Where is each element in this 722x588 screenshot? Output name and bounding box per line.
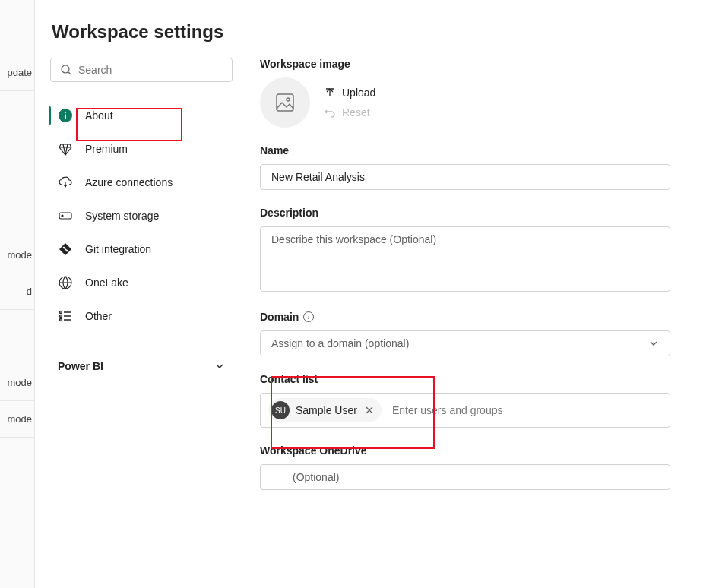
sidebar-section-label: Power BI: [58, 360, 103, 372]
page-title: Workspace settings: [52, 21, 695, 43]
svg-rect-3: [65, 115, 66, 119]
contact-text-input[interactable]: [389, 401, 662, 419]
info-icon[interactable]: i: [303, 311, 314, 322]
bg-cell: mode: [0, 237, 35, 273]
settings-content: Workspace image Upload Reset: [260, 58, 670, 507]
svg-point-18: [287, 98, 290, 101]
contact-list-label: Contact list: [260, 373, 670, 385]
description-label: Description: [260, 207, 670, 219]
svg-rect-17: [277, 94, 293, 111]
onedrive-group: Workspace OneDrive: [260, 444, 670, 490]
name-input[interactable]: [260, 164, 670, 190]
search-box[interactable]: [50, 58, 233, 82]
chevron-down-icon: [648, 338, 659, 349]
reset-label: Reset: [342, 106, 370, 119]
undo-icon: [324, 106, 336, 119]
name-group: Name: [260, 144, 670, 190]
contact-list-input[interactable]: SU Sample User: [260, 393, 670, 428]
sidebar-item-label: Premium: [85, 143, 128, 155]
svg-point-4: [65, 112, 66, 113]
bg-cell: pdate: [0, 55, 35, 91]
background-column: pdate moded mode mode: [0, 0, 35, 588]
contact-chip: SU Sample User: [268, 398, 382, 422]
sidebar-item-onelake[interactable]: OneLake: [50, 266, 233, 299]
bg-cell: mode: [0, 401, 35, 438]
close-icon: [366, 406, 373, 414]
svg-point-13: [60, 315, 62, 318]
sidebar-item-label: Git integration: [85, 243, 151, 255]
description-group: Description: [260, 207, 670, 294]
bg-cell: d: [0, 273, 35, 310]
upload-icon: [324, 87, 336, 99]
workspace-image-actions: Upload Reset: [324, 87, 375, 119]
workspace-image-row: Upload Reset: [260, 77, 670, 128]
chevron-down-icon: [214, 361, 225, 371]
sidebar-item-about[interactable]: About: [50, 99, 233, 132]
sidebar-item-label: System storage: [85, 210, 159, 222]
search-input[interactable]: [78, 64, 223, 76]
onedrive-label: Workspace OneDrive: [260, 444, 670, 457]
sidebar-item-git[interactable]: Git integration: [50, 232, 233, 266]
contact-chip-label: Sample User: [296, 404, 357, 416]
sidebar-item-label: Azure connections: [85, 176, 173, 188]
sidebar-item-azure[interactable]: Azure connections: [50, 166, 233, 199]
bg-cell: mode: [0, 365, 35, 401]
upload-label: Upload: [342, 87, 375, 99]
workspace-image-label: Workspace image: [260, 58, 670, 70]
sidebar-item-label: About: [85, 109, 113, 122]
onelake-icon: [58, 275, 73, 290]
settings-list-icon: [58, 308, 73, 324]
remove-chip-button[interactable]: [363, 404, 375, 416]
domain-placeholder: Assign to a domain (optional): [271, 337, 409, 349]
sidebar-item-label: OneLake: [85, 277, 128, 289]
avatar: SU: [271, 401, 290, 419]
panel-body: About Premium Azure connections System s…: [50, 58, 695, 507]
svg-point-0: [62, 65, 69, 73]
search-icon: [60, 64, 72, 76]
domain-label: Domain i: [260, 311, 670, 323]
domain-group: Domain i Assign to a domain (optional): [260, 311, 670, 356]
upload-button[interactable]: Upload: [324, 87, 375, 99]
image-icon: [274, 92, 296, 113]
diamond-icon: [58, 141, 73, 156]
sidebar-item-premium[interactable]: Premium: [50, 132, 233, 166]
description-input[interactable]: [260, 226, 670, 292]
sidebar-item-storage[interactable]: System storage: [50, 199, 233, 232]
onedrive-input[interactable]: [260, 464, 670, 490]
svg-point-15: [60, 319, 62, 321]
reset-button: Reset: [324, 106, 375, 119]
info-circle-icon: [58, 108, 73, 123]
settings-panel: Workspace settings About Premiu: [35, 0, 722, 588]
workspace-image-group: Workspace image Upload Reset: [260, 58, 670, 128]
domain-select[interactable]: Assign to a domain (optional): [260, 330, 670, 356]
workspace-image-placeholder: [260, 77, 310, 128]
sidebar-item-label: Other: [85, 310, 112, 322]
storage-icon: [58, 208, 73, 223]
sidebar-item-other[interactable]: Other: [50, 299, 233, 333]
cloud-icon: [58, 175, 73, 190]
name-label: Name: [260, 144, 670, 156]
svg-point-11: [60, 311, 62, 314]
svg-point-6: [62, 215, 63, 217]
settings-sidebar: About Premium Azure connections System s…: [50, 58, 233, 507]
sidebar-section-powerbi[interactable]: Power BI: [50, 354, 233, 378]
git-icon: [58, 242, 73, 257]
svg-line-1: [68, 72, 71, 74]
contact-list-group: Contact list SU Sample User: [260, 373, 670, 428]
